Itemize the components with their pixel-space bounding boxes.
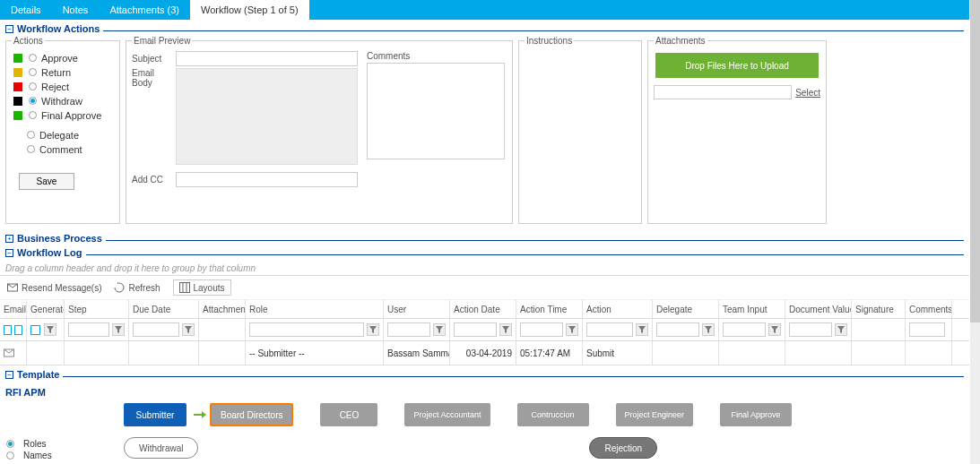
group-by-hint[interactable]: Drag a column header and drop it here to… — [0, 260, 969, 276]
filter-input-role[interactable] — [249, 322, 364, 337]
col-action[interactable]: Action — [583, 300, 653, 318]
filter-icon[interactable] — [367, 323, 379, 336]
col-signature[interactable]: Signature — [852, 300, 906, 318]
resend-messages-button[interactable]: Resend Message(s) — [7, 282, 101, 293]
filter-icon[interactable] — [702, 323, 715, 336]
col-document-value[interactable]: Document Value — [785, 300, 852, 318]
filter-icon[interactable] — [44, 323, 56, 336]
col-attachments[interactable]: Attachments — [199, 300, 246, 318]
tab-attachments[interactable]: Attachments (3) — [99, 0, 190, 20]
workflow-diagram: Submitter Board Directors CEO Project Ac… — [124, 403, 792, 462]
node-project-engineer[interactable]: Project Engineer — [616, 403, 694, 426]
radio-icon — [29, 97, 37, 105]
subject-input[interactable] — [176, 51, 358, 66]
col-role[interactable]: Role — [246, 300, 384, 318]
layouts-button[interactable]: Layouts — [173, 279, 231, 296]
col-team-input[interactable]: Team Input — [719, 300, 785, 318]
section-title: Template — [17, 369, 59, 380]
addcc-input[interactable] — [176, 172, 358, 187]
col-comments[interactable]: Comments — [906, 300, 952, 318]
node-submitter[interactable]: Submitter — [124, 403, 186, 426]
filter-checkbox[interactable] — [4, 325, 12, 335]
filter-icon[interactable] — [182, 323, 195, 336]
action-label: Withdraw — [41, 96, 82, 107]
save-button[interactable]: Save — [19, 173, 74, 190]
section-title: Workflow Log — [17, 247, 82, 258]
layouts-icon — [179, 282, 190, 293]
action-return[interactable]: Return — [12, 65, 114, 79]
col-step[interactable]: Step — [65, 300, 129, 318]
filter-input-team[interactable] — [723, 322, 766, 337]
cell-action: Submit — [583, 341, 653, 365]
filter-input-user[interactable] — [387, 322, 430, 337]
node-final-approve[interactable]: Final Approve — [720, 403, 792, 426]
filter-input-atime[interactable] — [520, 322, 563, 337]
scrollbar-track[interactable] — [970, 0, 980, 464]
toolbar-label: Resend Message(s) — [22, 283, 101, 293]
col-user[interactable]: User — [384, 300, 450, 318]
tab-details[interactable]: Details — [0, 0, 52, 20]
section-title: Workflow Actions — [17, 23, 100, 34]
node-rejection[interactable]: Rejection — [589, 437, 657, 459]
action-approve[interactable]: Approve — [12, 51, 114, 64]
filter-input-delegate[interactable] — [656, 322, 699, 337]
col-email[interactable]: Email — [0, 300, 27, 318]
filter-icon[interactable] — [433, 323, 446, 336]
collapse-icon[interactable]: − — [5, 249, 13, 257]
col-due-date[interactable]: Due Date — [129, 300, 199, 318]
upload-dropzone[interactable]: Drop Files Here to Upload — [655, 53, 819, 78]
filter-checkbox[interactable] — [14, 325, 22, 335]
email-body-area[interactable] — [176, 68, 358, 165]
radio-icon — [29, 68, 37, 76]
final-approve-swatch — [13, 111, 22, 120]
collapse-icon[interactable]: − — [5, 371, 13, 379]
filter-icon[interactable] — [566, 323, 578, 336]
instructions-panel: Instructions — [518, 36, 642, 224]
filter-input-due[interactable] — [133, 322, 179, 337]
expand-icon[interactable]: + — [5, 235, 13, 243]
node-contruccion[interactable]: Contruccion — [517, 403, 589, 426]
action-final-approve[interactable]: Final Approve — [12, 108, 114, 122]
filter-input-action[interactable] — [586, 322, 633, 337]
select-file-link[interactable]: Select — [795, 88, 820, 98]
radio-roles[interactable]: Roles — [5, 439, 113, 449]
attachment-name-field[interactable] — [654, 85, 792, 99]
filter-input-comm[interactable] — [909, 322, 945, 337]
collapse-icon[interactable]: − — [5, 25, 13, 33]
grid-header-row: Email Generated Step Due Date Attachment… — [0, 300, 969, 319]
col-generated[interactable]: Generated — [27, 300, 65, 318]
filter-input-step[interactable] — [68, 322, 109, 337]
filter-icon[interactable] — [499, 323, 512, 336]
col-action-time[interactable]: Action Time — [516, 300, 583, 318]
section-workflow-log: − Workflow Log — [5, 247, 964, 258]
filter-icon[interactable] — [768, 323, 781, 336]
action-withdraw[interactable]: Withdraw — [12, 94, 114, 107]
col-action-date[interactable]: Action Date — [450, 300, 516, 318]
filter-icon[interactable] — [112, 323, 125, 336]
tab-notes[interactable]: Notes — [52, 0, 100, 20]
filter-input-adate[interactable] — [454, 322, 497, 337]
radio-icon — [29, 82, 37, 90]
node-board-directors[interactable]: Board Directors — [210, 403, 293, 426]
radio-icon — [6, 440, 14, 448]
radio-names[interactable]: Names — [5, 451, 113, 460]
table-row[interactable]: -- Submitter -- Bassam Samman(Ba 03-04-2… — [0, 341, 969, 365]
filter-checkbox[interactable] — [30, 325, 40, 335]
cell-user: Bassam Samman(Ba — [384, 341, 450, 365]
filter-icon[interactable] — [636, 323, 648, 336]
node-withdrawal[interactable]: Withdrawal — [124, 437, 198, 459]
tab-workflow[interactable]: Workflow (Step 1 of 5) — [190, 0, 309, 20]
node-project-accountant[interactable]: Project Accountant — [404, 403, 490, 426]
node-ceo[interactable]: CEO — [320, 403, 377, 426]
action-reject[interactable]: Reject — [12, 80, 114, 93]
filter-input-docval[interactable] — [789, 322, 832, 337]
refresh-button[interactable]: Refresh — [114, 282, 160, 293]
actions-legend: Actions — [12, 36, 45, 46]
scrollbar-thumb[interactable] — [970, 0, 980, 322]
col-delegate[interactable]: Delegate — [653, 300, 719, 318]
action-delegate[interactable]: Delegate — [12, 128, 114, 142]
action-comment[interactable]: Comment — [12, 142, 114, 156]
grid-filter-row — [0, 319, 969, 341]
filter-icon[interactable] — [835, 323, 847, 336]
comments-textarea[interactable] — [367, 63, 505, 159]
